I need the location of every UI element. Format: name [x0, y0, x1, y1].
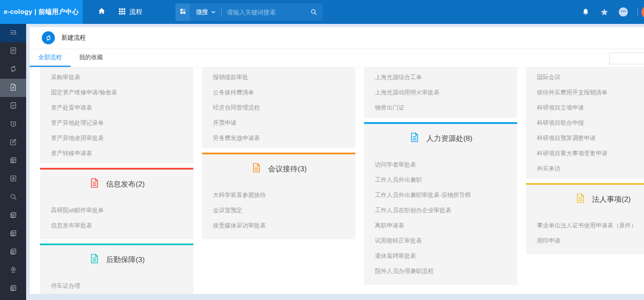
- clock-icon: [9, 120, 17, 130]
- workflow-item[interactable]: 采购审批表: [40, 70, 193, 85]
- tab-bar: 全部流程 我的收藏: [30, 49, 644, 67]
- sidebar-item-pending[interactable]: [0, 115, 26, 133]
- workflow-item[interactable]: 资产处置申请表: [40, 100, 193, 115]
- workflow-filter-input[interactable]: [609, 53, 644, 64]
- sidebar-item-docs-3[interactable]: [0, 225, 26, 243]
- workflow-item[interactable]: 停车证办理: [40, 278, 193, 293]
- workflow-item[interactable]: 上海光源动用明火审批表: [364, 85, 517, 100]
- workflow-item[interactable]: 离职申请表: [364, 218, 517, 233]
- workflow-item[interactable]: 用印申请: [526, 233, 644, 248]
- sidebar-toggle[interactable]: [0, 24, 26, 42]
- workflow-item-list: 停车证办理: [40, 278, 193, 294]
- app-logo[interactable]: e-cology | 前端用户中心: [0, 0, 83, 24]
- workflow-item[interactable]: 访问学者审批表: [364, 157, 517, 172]
- category-card: 人力资源处(8)访问学者审批表工作人员外出兼职工作人员外出兼职审批表-应物所导师…: [364, 122, 517, 285]
- search-engine-selector[interactable]: 微搜: [196, 8, 216, 16]
- search-divider: [221, 8, 222, 17]
- workflow-item[interactable]: 资产转移申请表: [40, 146, 193, 161]
- workflow-item[interactable]: 外宾来访: [526, 161, 644, 176]
- workflow-item-list: 采购审批表固定资产维修申请/验收表资产处置申请表资产异地处理记录单资产异地使用审…: [40, 67, 193, 163]
- sidebar-item-new-flow[interactable]: [0, 79, 26, 97]
- workflow-badge-icon: [42, 31, 55, 44]
- sidebar-item-monitor[interactable]: [0, 261, 26, 280]
- more-options-button[interactable]: •••: [619, 7, 628, 17]
- workflow-item[interactable]: 劳务费发放申请表: [202, 130, 355, 146]
- workflow-item[interactable]: 科研项目联合申报: [526, 115, 644, 130]
- copy-icon: [9, 156, 17, 166]
- category-card: 法人事项(2)事业单位法人证书使用申请表（原件）用印申请: [526, 183, 644, 254]
- doc-check-icon: [9, 101, 17, 111]
- sidebar-item-workflow[interactable]: [0, 60, 26, 79]
- edit-icon: [9, 138, 17, 148]
- doc-plus-icon: [9, 83, 17, 93]
- workflow-item[interactable]: 工作人员外出兼职审批表-应物所导师: [364, 187, 517, 203]
- workflow-item[interactable]: 工作人员在职创办企业审批表: [364, 203, 517, 218]
- workflow-item[interactable]: 信息发布审批表: [40, 218, 193, 233]
- workflow-item[interactable]: 开票申请: [202, 115, 355, 130]
- workflow-item[interactable]: 会议室预定: [202, 203, 355, 218]
- workflow-item[interactable]: 事业单位法人证书使用申请表（原件）: [526, 218, 644, 233]
- workflow-item-list: 事业单位法人证书使用申请表（原件）用印申请: [526, 218, 644, 254]
- workflow-item[interactable]: 工作人员外出兼职: [364, 172, 517, 187]
- category-title: 人力资源处(8): [426, 133, 472, 143]
- category-card: 报销借款审批公务接待费清单经济合同管理流程开票申请劳务费发放申请表: [202, 67, 355, 148]
- menu-icon: [9, 28, 17, 38]
- sidebar-item-docs-2[interactable]: [0, 207, 26, 225]
- category-header: 人力资源处(8): [364, 124, 517, 145]
- workflow-item[interactable]: 退休返聘审批表: [364, 248, 517, 263]
- workflow-item-list: 高研院all邮件审批单信息发布审批表: [40, 203, 193, 239]
- category-header: 会议接待(3): [202, 154, 355, 175]
- chevron-down-icon: [211, 10, 216, 15]
- widget-icon: [179, 8, 186, 17]
- workflow-item[interactable]: 院外人员办理兼职流程: [364, 263, 517, 279]
- workflow-item[interactable]: 高研院all邮件审批单: [40, 203, 193, 218]
- workflow-item[interactable]: 国际会议: [526, 70, 644, 85]
- workflow-item[interactable]: 接待外宾费用开支报销清单: [526, 85, 644, 100]
- ellipsis-icon: •••: [619, 7, 628, 17]
- category-title: 信息发布(2): [106, 179, 145, 189]
- workflow-item[interactable]: 公务接待费清单: [202, 85, 355, 100]
- workflow-item[interactable]: 上海光源综合工单: [364, 70, 517, 85]
- workflow-item[interactable]: 科研项目预算调整申请: [526, 130, 644, 146]
- workflow-item[interactable]: 大科学装置参观接待: [202, 187, 355, 203]
- tab-my-favorites[interactable]: 我的收藏: [71, 49, 111, 67]
- category-title: 法人事项(2): [592, 194, 631, 204]
- category-card: 后勤保障(3)停车证办理: [40, 243, 193, 294]
- home-icon: [98, 7, 106, 17]
- sidebar-item-search[interactable]: [0, 188, 26, 207]
- sidebar-item-contacts[interactable]: [0, 170, 26, 188]
- sidebar-item-docs-5[interactable]: [0, 280, 26, 298]
- page-title: 新建流程: [61, 34, 86, 42]
- home-button[interactable]: [91, 0, 112, 24]
- sidebar-item-docs-1[interactable]: [0, 152, 26, 170]
- workflow-item-list: 报销借款审批公务接待费清单经济合同管理流程开票申请劳务费发放申请表: [202, 67, 355, 148]
- page-header: 新建流程: [30, 27, 644, 49]
- sidebar-item-docs-4[interactable]: [0, 243, 26, 261]
- tab-all-workflows[interactable]: 全部流程: [30, 49, 71, 67]
- doc-list-icon: [9, 47, 17, 57]
- sidebar-item-reports[interactable]: [0, 42, 26, 60]
- notifications-button[interactable]: [581, 8, 590, 17]
- workflow-item[interactable]: 经济合同管理流程: [202, 100, 355, 115]
- copy-icon: [9, 247, 17, 257]
- copy-icon: [9, 229, 17, 239]
- workflow-item[interactable]: 资产异地处理记录单: [40, 115, 193, 130]
- search-scope-button[interactable]: [175, 3, 190, 21]
- sidebar-item-draft[interactable]: [0, 133, 26, 152]
- favorites-button[interactable]: [600, 7, 609, 17]
- global-search-input[interactable]: [227, 9, 308, 16]
- workflow-column-3: 上海光源综合工单上海光源动用明火审批表物资出门证人力资源处(8)访问学者审批表工…: [364, 67, 517, 289]
- workflow-item[interactable]: 报销借款审批: [202, 70, 355, 85]
- workflow-item-list: 大科学装置参观接待会议室预定接受媒体采访审批表: [202, 187, 355, 239]
- workflow-item[interactable]: 科研项目立项申请: [526, 100, 644, 115]
- workflow-item[interactable]: 固定资产维修申请/验收表: [40, 85, 193, 100]
- workflow-item[interactable]: 资产异地使用审批表: [40, 130, 193, 146]
- search-icon[interactable]: [310, 8, 317, 16]
- user-avatar[interactable]: [641, 6, 644, 19]
- workflow-item[interactable]: 物资出门证: [364, 100, 517, 115]
- workflow-item[interactable]: 接受媒体采访审批表: [202, 218, 355, 233]
- workflow-item[interactable]: 试用期转正审批表: [364, 233, 517, 248]
- workflow-item[interactable]: 科研项目重大事项变更申请: [526, 146, 644, 161]
- flow-menu-button[interactable]: 流程: [112, 0, 148, 24]
- sidebar-item-todo[interactable]: [0, 97, 26, 115]
